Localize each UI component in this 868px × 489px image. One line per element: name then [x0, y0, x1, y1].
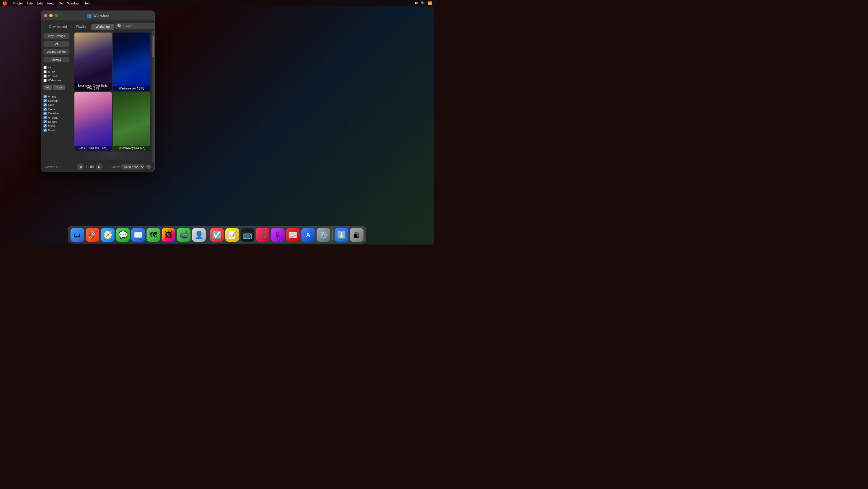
grid-item-3[interactable]: Zaosu, Bilibili (4K, Loop) — [74, 92, 112, 151]
tab-workshop[interactable]: Workshop — [91, 24, 114, 30]
menubar-search[interactable]: 🔍 — [421, 1, 425, 5]
dock-photos[interactable]: 🖼 — [162, 228, 175, 241]
page-current: 1 — [86, 165, 88, 169]
grid-item-1[interactable]: Iceprincess, Ghost Blade, Wlop (4K) — [74, 32, 112, 91]
dock-finder[interactable]: 🗂 — [70, 228, 84, 241]
window-controls — [44, 14, 58, 17]
window-title-text: Workshop — [93, 13, 108, 18]
category-section: Anime Scenery Cute Game Creative — [43, 95, 69, 133]
checkbox-beauty-label: Beauty — [48, 120, 57, 123]
menubar-go[interactable]: Go — [58, 1, 63, 5]
prev-page-button[interactable]: ◀ — [77, 164, 84, 170]
dock-reminders[interactable]: ☑️ — [210, 228, 224, 241]
search-bar: 🔍 — [115, 23, 154, 29]
dock-notes[interactable]: 📝 — [225, 228, 239, 241]
grid-item-4[interactable]: Spirited Away Rive (4K) — [113, 92, 150, 151]
checkbox-anime: Anime — [43, 95, 69, 98]
grid-item-4-label: Spirited Away Rive (4K) — [113, 146, 150, 151]
apple-menu[interactable]: 🍎 — [2, 1, 7, 6]
page-total: 50 — [90, 165, 94, 169]
wallpaper-grid: Iceprincess, Ghost Blade, Wlop (4K) Waef… — [72, 30, 152, 162]
filter-all-button[interactable]: All — [43, 85, 52, 90]
dock-separator — [208, 230, 208, 240]
checkbox-anime-input[interactable] — [43, 95, 46, 98]
dock-contacts[interactable]: 👤 — [192, 228, 206, 241]
grid-item-2[interactable]: Waeframe Volt 3 (4K) — [113, 32, 150, 91]
minimize-button[interactable] — [49, 14, 53, 17]
menubar-help[interactable]: Help — [84, 1, 91, 5]
upload-button[interactable]: Upload — [43, 57, 69, 62]
checkbox-scenery-input[interactable] — [43, 99, 46, 102]
checkbox-beauty: Beauty — [43, 120, 69, 123]
page-indicator: 1 / 50 — [86, 165, 94, 169]
filter-buttons: All None — [43, 85, 69, 90]
checkbox-creative: Creative — [43, 112, 69, 115]
checkbox-audio: Audio — [43, 70, 69, 74]
checkbox-game-label: Game — [48, 108, 56, 111]
dock-mail[interactable]: ✉️ — [131, 228, 145, 241]
dock-settings[interactable]: ⚙️ — [317, 228, 330, 241]
search-input[interactable] — [123, 24, 152, 28]
dock-appletv[interactable]: 📺 — [241, 228, 254, 241]
server-select[interactable]: Hong Kong US West US East Europe Japan — [121, 164, 145, 170]
dock-safari[interactable]: 🧭 — [101, 228, 115, 241]
checkbox-cute: Cute — [43, 103, 69, 107]
help-button[interactable]: ? — [146, 165, 151, 169]
checkbox-4k-input[interactable] — [43, 66, 46, 69]
checkbox-audio-input[interactable] — [43, 70, 46, 74]
dock-appstore[interactable]: A — [301, 228, 315, 241]
checkbox-music: Music — [43, 124, 69, 127]
checkbox-cute-input[interactable] — [43, 103, 46, 107]
checkbox-movie-input[interactable] — [43, 128, 46, 132]
dock-podcasts[interactable]: 🎙 — [271, 228, 285, 241]
checkbox-popular: Popular — [43, 75, 69, 78]
checkbox-popular-input[interactable] — [43, 75, 46, 78]
menubar-wifi[interactable]: 📶 — [428, 1, 432, 5]
app-icon: 👥 — [87, 13, 92, 18]
volume-control-button[interactable]: Volume Control — [43, 49, 69, 55]
menubar-window[interactable]: Window — [67, 1, 79, 5]
menubar-view[interactable]: View — [47, 1, 54, 5]
filter-none-button[interactable]: None — [53, 85, 65, 90]
dock-launchpad[interactable]: 🚀 — [86, 228, 99, 241]
dock-trash[interactable]: 🗑 — [350, 228, 364, 241]
checkbox-4k: 4K — [43, 66, 69, 69]
checkbox-game: Game — [43, 108, 69, 111]
checkbox-ancient-input[interactable] — [43, 116, 46, 119]
scrollbar-track[interactable] — [152, 30, 154, 162]
dock: 🗂 🚀 🧭 💬 ✉️ 🗺 🖼 📹 👤 ☑️ 📝 📺 🎵 🎙 📰 A ⚙️ ⬇️ … — [68, 226, 366, 243]
footer: Version: 12.6 ◀ 1 / 50 ▶ Server: Hong Ko… — [41, 162, 154, 172]
maximize-button[interactable] — [55, 14, 58, 17]
dock-downloads[interactable]: ⬇️ — [335, 228, 348, 241]
checkbox-movie-label: Movie — [48, 128, 56, 132]
checkbox-creative-input[interactable] — [43, 112, 46, 115]
checkbox-audio-label: Audio — [48, 70, 55, 74]
dock-music[interactable]: 🎵 — [256, 228, 270, 241]
checkbox-music-input[interactable] — [43, 124, 46, 127]
checkbox-popular-label: Popular — [48, 75, 58, 78]
play-settings-button[interactable]: Play Settings — [43, 33, 69, 39]
dock-news[interactable]: 📰 — [286, 228, 300, 241]
dock-maps[interactable]: 🗺 — [147, 228, 160, 241]
checkbox-game-input[interactable] — [43, 108, 46, 111]
tab-playlist[interactable]: Playlist — [72, 24, 90, 30]
menubar-finder[interactable]: Finder — [12, 1, 23, 5]
menubar-file[interactable]: File — [27, 1, 33, 5]
faq-button[interactable]: FAQ — [43, 41, 69, 47]
checkbox-beauty-input[interactable] — [43, 120, 46, 123]
close-button[interactable] — [44, 14, 48, 17]
scrollbar-thumb[interactable] — [153, 36, 154, 57]
grid-item-1-label: Iceprincess, Ghost Blade, Wlop (4K) — [74, 83, 112, 91]
checkbox-widescreen-input[interactable] — [43, 79, 46, 82]
dock-facetime[interactable]: 📹 — [177, 228, 190, 241]
menubar-right: ⊞ 🔍 📶 — [415, 1, 432, 5]
menubar-control-center[interactable]: ⊞ — [415, 1, 418, 5]
tab-downloaded[interactable]: Downloaded — [45, 24, 71, 30]
next-page-button[interactable]: ▶ — [96, 164, 103, 170]
checkbox-creative-label: Creative — [48, 112, 59, 115]
checkbox-widescreen-label: Widescreen — [48, 79, 63, 82]
checkbox-ancient-label: Ancient — [48, 116, 58, 119]
menubar-edit[interactable]: Edit — [37, 1, 43, 5]
checkbox-movie: Movie — [43, 128, 69, 132]
dock-messages[interactable]: 💬 — [116, 228, 130, 241]
